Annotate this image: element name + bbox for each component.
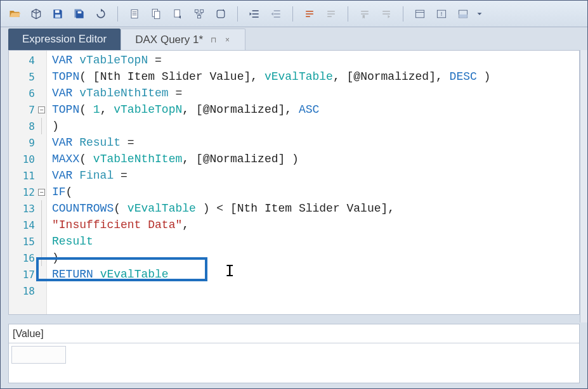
tab-label: DAX Query 1*	[135, 34, 203, 46]
line-number: 15	[23, 236, 35, 248]
line-number: 18	[23, 285, 35, 297]
tab-expression-editor[interactable]: Expression Editor	[8, 29, 121, 50]
svg-rect-30	[415, 10, 424, 18]
svg-rect-1	[55, 14, 60, 17]
refresh-icon[interactable]	[91, 5, 111, 23]
bookmark-icon[interactable]	[355, 5, 375, 23]
open-icon[interactable]	[4, 5, 25, 23]
svg-rect-0	[55, 10, 60, 13]
svg-rect-3	[131, 10, 138, 18]
svg-rect-2	[78, 11, 82, 13]
window-icon[interactable]	[410, 5, 430, 23]
page-copy-icon[interactable]	[146, 5, 166, 23]
tab-strip: Expression Editor DAX Query 1* ⊓ ×	[1, 27, 587, 50]
page-move-icon[interactable]	[167, 5, 188, 23]
bookmark-next-icon[interactable]	[376, 5, 396, 23]
svg-text:!: !	[441, 11, 443, 17]
code-editor[interactable]: 4 5 6 7− 8 9 10 11 12− 13 14 15 16 17 18…	[8, 50, 580, 315]
fold-toggle[interactable]: −	[38, 189, 45, 196]
dropdown-icon[interactable]	[474, 5, 485, 23]
results-cell[interactable]	[11, 346, 66, 364]
line-number: 12	[23, 186, 35, 198]
vertical-scrollbar[interactable]	[580, 50, 587, 322]
line-number: 5	[29, 71, 35, 83]
pin-icon[interactable]: ⊓	[209, 35, 218, 44]
svg-rect-35	[459, 14, 467, 17]
svg-rect-9	[174, 10, 180, 17]
loop-icon[interactable]	[211, 5, 231, 23]
line-number: 11	[23, 170, 35, 182]
line-gutter: 4 5 6 7− 8 9 10 11 12− 13 14 15 16 17 18	[9, 51, 47, 314]
close-icon[interactable]: ×	[224, 35, 231, 44]
info-icon[interactable]: !	[431, 5, 452, 23]
panel-icon[interactable]	[453, 5, 473, 23]
main-toolbar: !	[1, 1, 587, 27]
line-number: 9	[29, 137, 35, 149]
indent-icon[interactable]	[244, 5, 265, 23]
line-number: 16	[23, 252, 35, 264]
line-number: 17	[23, 269, 35, 281]
results-column-header[interactable]: [Value]	[9, 324, 579, 343]
uncomment-icon[interactable]	[321, 5, 341, 23]
svg-rect-11	[200, 10, 204, 12]
svg-rect-12	[198, 15, 201, 18]
outdent-icon[interactable]	[266, 5, 286, 23]
save-icon[interactable]	[48, 5, 68, 23]
svg-rect-10	[195, 10, 198, 12]
tab-label: Expression Editor	[22, 33, 107, 46]
line-number: 14	[23, 219, 35, 231]
code-area[interactable]: VAR vTableTopN = TOPN( [Nth Item Slider …	[47, 51, 579, 314]
svg-rect-13	[217, 10, 225, 18]
line-number: 4	[29, 54, 35, 67]
comment-icon[interactable]	[299, 5, 320, 23]
line-number: 10	[23, 153, 35, 165]
tree-icon[interactable]	[189, 5, 209, 23]
save-all-icon[interactable]	[69, 5, 89, 23]
line-number: 6	[29, 87, 35, 99]
fold-toggle[interactable]: −	[38, 106, 45, 113]
page-icon[interactable]	[124, 5, 145, 23]
tab-dax-query[interactable]: DAX Query 1* ⊓ ×	[121, 29, 245, 50]
line-number: 8	[29, 120, 35, 132]
line-number: 7	[29, 104, 35, 116]
results-panel: [Value]	[8, 324, 580, 383]
cube-icon[interactable]	[26, 5, 46, 23]
svg-rect-8	[155, 11, 160, 18]
line-number: 13	[23, 203, 35, 215]
